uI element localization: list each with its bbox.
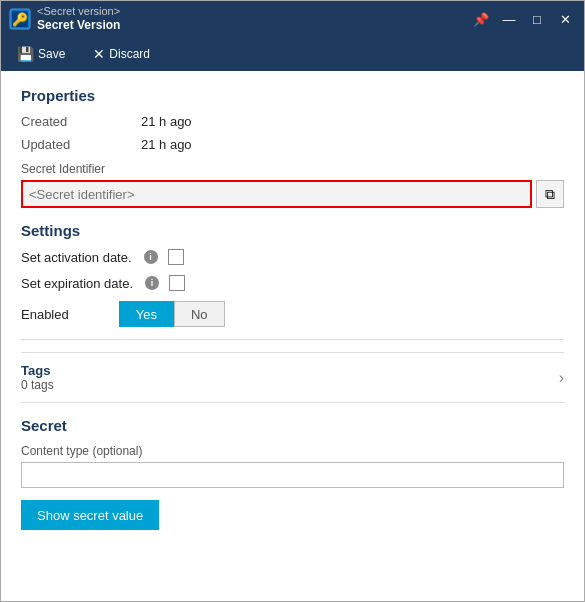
- window-subtitle: <Secret version>: [37, 5, 120, 18]
- enabled-toggle-group: Yes No: [119, 301, 225, 327]
- created-row: Created 21 h ago: [21, 114, 564, 129]
- expiration-row: Set expiration date. i: [21, 275, 564, 291]
- copy-button[interactable]: ⧉: [536, 180, 564, 208]
- discard-button[interactable]: ✕ Discard: [87, 42, 156, 66]
- tags-row[interactable]: Tags 0 tags ›: [21, 352, 564, 403]
- window-title: Secret Version: [37, 18, 120, 32]
- expiration-checkbox[interactable]: [169, 275, 185, 291]
- updated-label: Updated: [21, 137, 141, 152]
- pin-button[interactable]: 📌: [470, 8, 492, 30]
- enabled-row: Enabled Yes No: [21, 301, 564, 327]
- save-label: Save: [38, 47, 65, 61]
- content-area: Properties Created 21 h ago Updated 21 h…: [1, 71, 584, 601]
- discard-icon: ✕: [93, 46, 105, 62]
- created-label: Created: [21, 114, 141, 129]
- updated-value: 21 h ago: [141, 137, 192, 152]
- app-icon: 🔑: [9, 8, 31, 30]
- activation-label: Set activation date.: [21, 250, 132, 265]
- identifier-label: Secret Identifier: [21, 162, 564, 176]
- window: 🔑 <Secret version> Secret Version 📌 — □ …: [0, 0, 585, 602]
- identifier-row: ⧉: [21, 180, 564, 208]
- title-bar: 🔑 <Secret version> Secret Version 📌 — □ …: [1, 1, 584, 37]
- title-bar-controls: 📌 — □ ✕: [470, 8, 576, 30]
- save-icon: 💾: [17, 46, 34, 62]
- copy-icon: ⧉: [545, 186, 555, 203]
- updated-row: Updated 21 h ago: [21, 137, 564, 152]
- enabled-label: Enabled: [21, 307, 69, 322]
- tags-title: Tags: [21, 363, 54, 378]
- settings-section-title: Settings: [21, 222, 564, 239]
- minimize-button[interactable]: —: [498, 8, 520, 30]
- discard-label: Discard: [109, 47, 150, 61]
- properties-section-title: Properties: [21, 87, 564, 104]
- tags-left: Tags 0 tags: [21, 363, 54, 392]
- secret-identifier-input[interactable]: [21, 180, 532, 208]
- tags-count: 0 tags: [21, 378, 54, 392]
- toolbar: 💾 Save ✕ Discard: [1, 37, 584, 71]
- content-type-label: Content type (optional): [21, 444, 564, 458]
- title-bar-left: 🔑 <Secret version> Secret Version: [9, 5, 120, 33]
- save-button[interactable]: 💾 Save: [11, 42, 71, 66]
- settings-divider: [21, 339, 564, 340]
- yes-toggle[interactable]: Yes: [119, 301, 174, 327]
- title-bar-texts: <Secret version> Secret Version: [37, 5, 120, 33]
- maximize-button[interactable]: □: [526, 8, 548, 30]
- activation-checkbox[interactable]: [168, 249, 184, 265]
- activation-info-icon[interactable]: i: [144, 250, 158, 264]
- chevron-right-icon: ›: [559, 369, 564, 387]
- expiration-label: Set expiration date.: [21, 276, 133, 291]
- no-toggle[interactable]: No: [174, 301, 225, 327]
- content-type-input[interactable]: [21, 462, 564, 488]
- created-value: 21 h ago: [141, 114, 192, 129]
- show-secret-button[interactable]: Show secret value: [21, 500, 159, 530]
- show-secret-label: Show secret value: [37, 508, 143, 523]
- activation-row: Set activation date. i: [21, 249, 564, 265]
- close-button[interactable]: ✕: [554, 8, 576, 30]
- svg-text:🔑: 🔑: [12, 11, 29, 28]
- expiration-info-icon[interactable]: i: [145, 276, 159, 290]
- secret-section-title: Secret: [21, 417, 564, 434]
